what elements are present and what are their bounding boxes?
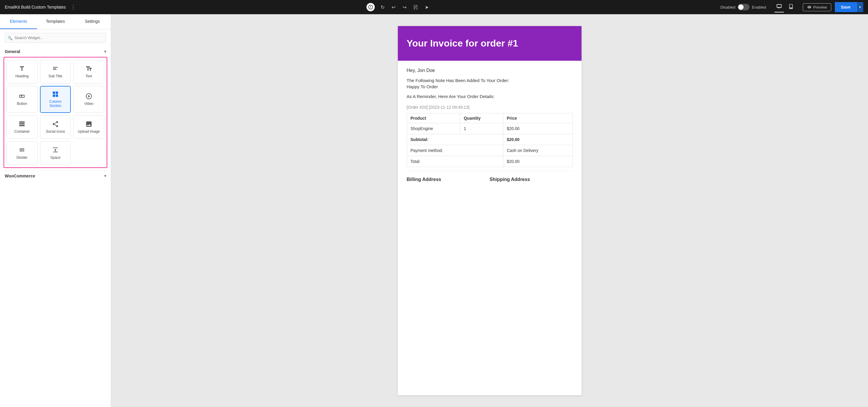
toggle-disabled-label: Disabled xyxy=(720,5,736,9)
row-price: $20.00 xyxy=(503,123,572,134)
total-label: Total: xyxy=(407,156,503,167)
save-dropdown-btn[interactable]: ▾ xyxy=(857,2,863,12)
widget-divider[interactable]: Divider xyxy=(6,141,38,165)
table-header-quantity: Quantity xyxy=(460,114,503,123)
widget-video[interactable]: Video xyxy=(73,86,104,113)
email-note-line1: The Following Note Has Been Added To You… xyxy=(407,78,572,83)
preview-btn[interactable]: Preview xyxy=(803,3,831,11)
widget-upload-image[interactable]: Upload Image xyxy=(73,115,104,139)
toolbar-center: ↻ ↩ ↪ [/] ➤ xyxy=(80,3,717,11)
general-section-label: General xyxy=(5,49,20,54)
space-icon xyxy=(52,147,59,154)
sidebar-tabs: Elements Templates Settings xyxy=(0,14,111,29)
wordpress-icon[interactable] xyxy=(367,3,375,11)
widget-container-label: Container xyxy=(14,129,30,134)
topbar: EmailKit Build Custom Templates ⋮ ↻ ↩ ↪ … xyxy=(0,0,868,14)
widget-column-section[interactable]: Column Section xyxy=(40,86,71,113)
billing-address-col: Billing Address xyxy=(407,177,490,182)
total-value: $20.00 xyxy=(503,156,572,167)
email-preview: Your Invoice for order #1 Hey, Jon Doe T… xyxy=(398,26,582,395)
subtotal-value: $20.00 xyxy=(503,134,572,145)
widget-subtitle-label: Sub Title xyxy=(49,74,63,78)
email-body: Hey, Jon Doe The Following Note Has Been… xyxy=(398,61,582,189)
grid-icon[interactable]: ⋮ xyxy=(70,4,76,10)
widget-button-label: Button xyxy=(17,102,27,106)
toggle-enabled-label: Enabled xyxy=(752,5,766,9)
desktop-view-btn[interactable] xyxy=(774,2,784,12)
subtitle-icon xyxy=(52,65,59,72)
widget-divider-label: Divider xyxy=(17,156,28,160)
widget-social-icons-label: Social Icons xyxy=(46,129,65,134)
code-btn[interactable]: [/] xyxy=(412,3,418,11)
mobile-view-btn[interactable] xyxy=(786,2,796,12)
row-quantity: 1 xyxy=(460,123,503,134)
general-section-header[interactable]: General ▾ xyxy=(4,46,107,57)
widgets-grid: Heading Sub Title Text xyxy=(4,57,107,168)
payment-row: Payment method: Cash on Delivery xyxy=(407,145,572,156)
order-table: Product Quantity Price ShopEngine 1 $20.… xyxy=(407,113,572,167)
container-icon xyxy=(19,121,26,128)
shipping-address-title: Shipping Address xyxy=(490,177,572,182)
widget-subtitle[interactable]: Sub Title xyxy=(40,60,71,84)
widget-social-icons[interactable]: Social Icons xyxy=(40,115,71,139)
upload-image-icon xyxy=(85,121,92,128)
main-layout: Elements Templates Settings 🔍 General ▾ xyxy=(0,14,868,407)
email-note-line2: Happy To Order xyxy=(407,84,572,89)
widget-heading-label: Heading xyxy=(16,74,29,78)
widget-column-section-label: Column Section xyxy=(43,99,68,108)
search-input[interactable] xyxy=(5,33,106,43)
save-btn[interactable]: Save xyxy=(835,2,857,12)
table-header-price: Price xyxy=(503,114,572,123)
app-title: EmailKit Build Custom Templates xyxy=(5,5,66,9)
tab-settings[interactable]: Settings xyxy=(74,14,111,29)
view-buttons xyxy=(774,2,796,12)
social-icons-icon xyxy=(52,121,59,128)
email-reminder: As A Reminder, Here Are Your Order Detai… xyxy=(407,94,572,99)
widget-text[interactable]: Text xyxy=(73,60,104,84)
redo-btn[interactable]: ↪ xyxy=(401,3,408,11)
email-header-title: Your Invoice for order #1 xyxy=(407,38,572,49)
heading-icon xyxy=(19,65,26,72)
video-icon xyxy=(85,93,92,100)
widget-heading[interactable]: Heading xyxy=(6,60,38,84)
total-row: Total: $20.00 xyxy=(407,156,572,167)
save-group: Save ▾ xyxy=(835,2,863,12)
widget-container[interactable]: Container xyxy=(6,115,38,139)
general-section: General ▾ Heading Sub Title xyxy=(0,46,111,181)
email-header: Your Invoice for order #1 xyxy=(398,26,582,61)
enabled-toggle[interactable] xyxy=(738,4,749,10)
payment-label: Payment method: xyxy=(407,145,503,156)
widget-upload-image-label: Upload Image xyxy=(78,129,100,134)
search-icon: 🔍 xyxy=(8,36,12,40)
widget-space[interactable]: Space xyxy=(40,141,71,165)
subtotal-row: Subtotal: $20.00 xyxy=(407,134,572,145)
undo-btn[interactable]: ↩ xyxy=(391,3,397,11)
text-icon xyxy=(85,65,92,72)
button-icon xyxy=(19,93,26,100)
woocommerce-section-header[interactable]: WooCommerce ▾ xyxy=(4,170,107,181)
payment-value: Cash on Delivery xyxy=(503,145,572,156)
tab-templates[interactable]: Templates xyxy=(37,14,74,29)
search-area: 🔍 xyxy=(0,29,111,46)
row-product: ShopEngine xyxy=(407,123,460,134)
subtotal-label: Subtotal: xyxy=(407,134,503,145)
divider-icon xyxy=(19,147,26,154)
column-section-icon xyxy=(52,91,59,98)
widget-text-label: Text xyxy=(86,74,92,78)
email-greeting: Hey, Jon Doe xyxy=(407,68,572,73)
widget-video-label: Video xyxy=(84,102,93,106)
canvas: Your Invoice for order #1 Hey, Jon Doe T… xyxy=(111,14,868,407)
woocommerce-label: WooCommerce xyxy=(5,174,35,178)
woocommerce-chevron-icon: ▾ xyxy=(104,174,106,178)
refresh-btn[interactable]: ↻ xyxy=(379,3,386,11)
send-btn[interactable]: ➤ xyxy=(424,3,430,11)
table-header-product: Product xyxy=(407,114,460,123)
widget-button[interactable]: Button xyxy=(6,86,38,113)
tab-elements[interactable]: Elements xyxy=(0,14,37,29)
widget-space-label: Space xyxy=(50,156,60,160)
shipping-address-col: Shipping Address xyxy=(490,177,572,182)
billing-address-title: Billing Address xyxy=(407,177,490,182)
sidebar: Elements Templates Settings 🔍 General ▾ xyxy=(0,14,111,407)
toggle-group: Disabled Enabled xyxy=(720,4,766,10)
address-section: Billing Address Shipping Address xyxy=(407,170,572,182)
